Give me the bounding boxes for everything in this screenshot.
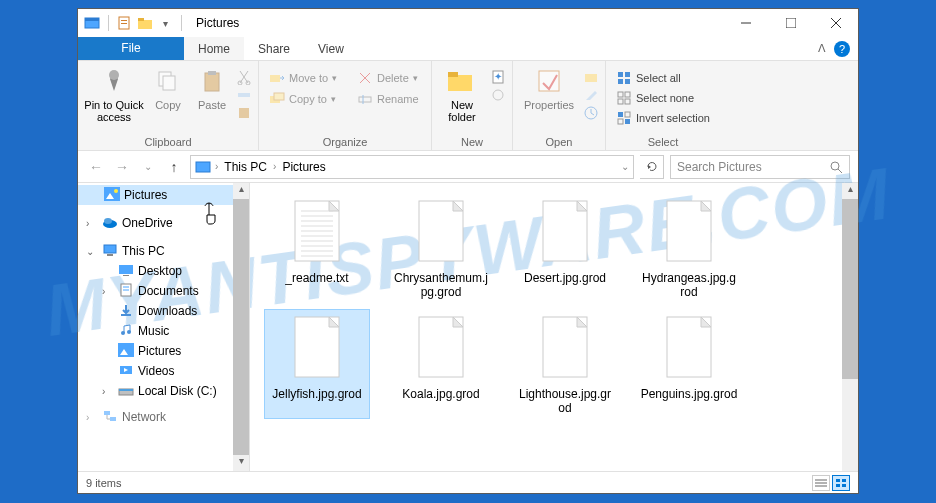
- file-item[interactable]: Desert.jpg.grod: [512, 193, 618, 303]
- tab-home[interactable]: Home: [184, 37, 244, 60]
- maximize-button[interactable]: [768, 9, 813, 37]
- select-none-button[interactable]: Select none: [612, 89, 698, 107]
- tree-videos[interactable]: Videos: [78, 361, 249, 381]
- move-to-icon: [269, 70, 285, 86]
- file-name: Hydrangeas.jpg.grod: [640, 271, 738, 299]
- help-icon[interactable]: ?: [834, 41, 850, 57]
- breadcrumb-current[interactable]: Pictures: [280, 160, 327, 174]
- cut-icon[interactable]: [236, 69, 252, 85]
- paste-shortcut-icon[interactable]: [236, 105, 252, 121]
- rename-icon: [357, 91, 373, 107]
- svg-rect-23: [274, 93, 284, 100]
- close-button[interactable]: [813, 9, 858, 37]
- copy-icon: [152, 65, 184, 97]
- select-all-button[interactable]: Select all: [612, 69, 685, 87]
- svg-rect-59: [119, 265, 133, 274]
- content-scrollbar[interactable]: ▴: [842, 183, 858, 471]
- search-input[interactable]: Search Pictures: [670, 155, 850, 179]
- downloads-icon: [118, 303, 134, 319]
- tree-onedrive[interactable]: ›OneDrive: [78, 213, 249, 233]
- properties-icon: [533, 65, 565, 97]
- group-new: New folder ✦ New: [432, 61, 513, 150]
- tab-file[interactable]: File: [78, 37, 184, 60]
- svg-line-51: [838, 169, 842, 173]
- pin-to-quick-access-button[interactable]: Pin to Quick access: [84, 65, 144, 123]
- file-name: Jellyfish.jpg.grod: [272, 387, 361, 401]
- svg-rect-4: [121, 23, 127, 24]
- invert-selection-icon: [616, 110, 632, 126]
- new-item-icon[interactable]: ✦: [490, 69, 506, 85]
- rename-button[interactable]: Rename: [353, 90, 423, 108]
- tab-view[interactable]: View: [304, 37, 358, 60]
- titlebar: ▾ Pictures: [78, 9, 858, 37]
- tree-localdisk[interactable]: ›Local Disk (C:): [78, 381, 249, 401]
- tree-pictures-quick[interactable]: Pictures: [78, 185, 249, 205]
- file-item[interactable]: _readme.txt: [264, 193, 370, 303]
- address-bar[interactable]: › This PC › Pictures ⌄: [190, 155, 634, 179]
- file-list: _readme.txtChrysanthemum.jpg.grodDesert.…: [250, 183, 858, 471]
- easy-access-icon[interactable]: [490, 87, 506, 103]
- collapse-ribbon-icon[interactable]: ᐱ: [818, 42, 826, 55]
- back-button[interactable]: ←: [86, 159, 106, 175]
- tree-downloads[interactable]: Downloads: [78, 301, 249, 321]
- svg-rect-106: [836, 484, 840, 487]
- svg-rect-42: [618, 99, 623, 104]
- recent-dropdown[interactable]: ⌄: [138, 161, 158, 172]
- qat-folder-icon[interactable]: [137, 15, 153, 31]
- svg-point-54: [114, 189, 118, 193]
- file-icon: [537, 197, 593, 267]
- svg-rect-39: [625, 79, 630, 84]
- pin-icon: [98, 65, 130, 97]
- forward-button[interactable]: →: [112, 159, 132, 175]
- open-icon[interactable]: [583, 69, 599, 85]
- ribbon: Pin to Quick access Copy Paste Clipboard: [78, 61, 858, 151]
- details-view-button[interactable]: [812, 475, 830, 491]
- tree-music[interactable]: Music: [78, 321, 249, 341]
- tree-scrollbar[interactable]: ▴▾: [233, 183, 249, 471]
- file-item[interactable]: Penguins.jpg.grod: [636, 309, 742, 419]
- new-folder-button[interactable]: New folder: [438, 65, 486, 123]
- tree-documents[interactable]: ›Documents: [78, 281, 249, 301]
- thispc-icon: [102, 243, 118, 259]
- up-button[interactable]: ↑: [164, 159, 184, 175]
- file-name: Chrysanthemum.jpg.grod: [392, 271, 490, 299]
- svg-point-32: [493, 90, 503, 100]
- icons-view-button[interactable]: [832, 475, 850, 491]
- delete-button[interactable]: Delete▾: [353, 69, 422, 87]
- file-item[interactable]: Chrysanthemum.jpg.grod: [388, 193, 494, 303]
- svg-rect-57: [104, 245, 116, 253]
- file-item[interactable]: Jellyfish.jpg.grod: [264, 309, 370, 419]
- file-item[interactable]: Koala.jpg.grod: [388, 309, 494, 419]
- tab-share[interactable]: Share: [244, 37, 304, 60]
- breadcrumb-root[interactable]: This PC: [222, 160, 269, 174]
- file-item[interactable]: Hydrangeas.jpg.grod: [636, 193, 742, 303]
- invert-selection-button[interactable]: Invert selection: [612, 109, 714, 127]
- tree-thispc[interactable]: ⌄This PC: [78, 241, 249, 261]
- move-to-button[interactable]: Move to▾: [265, 69, 341, 87]
- properties-button[interactable]: Properties: [519, 65, 579, 111]
- file-name: _readme.txt: [285, 271, 348, 285]
- network-icon: [102, 409, 118, 425]
- svg-text:✦: ✦: [494, 71, 502, 82]
- file-icon: [289, 313, 345, 383]
- svg-point-56: [104, 218, 112, 224]
- qat-properties-icon[interactable]: [117, 15, 133, 31]
- group-clipboard: Pin to Quick access Copy Paste Clipboard: [78, 61, 259, 150]
- edit-icon[interactable]: [583, 87, 599, 103]
- history-icon[interactable]: [583, 105, 599, 121]
- svg-rect-3: [121, 20, 127, 21]
- tree-network[interactable]: ›Network: [78, 407, 249, 427]
- qat-dropdown-icon[interactable]: ▾: [157, 15, 173, 31]
- refresh-button[interactable]: [640, 155, 664, 179]
- copy-path-icon[interactable]: [236, 87, 252, 103]
- copy-button[interactable]: Copy: [148, 65, 188, 111]
- minimize-button[interactable]: [723, 9, 768, 37]
- tree-desktop[interactable]: Desktop: [78, 261, 249, 281]
- svg-rect-105: [842, 479, 846, 482]
- copy-to-button[interactable]: Copy to▾: [265, 90, 340, 108]
- pictures-icon: [118, 343, 134, 359]
- tree-pictures[interactable]: Pictures: [78, 341, 249, 361]
- group-select: Select all Select none Invert selection …: [606, 61, 720, 150]
- paste-button[interactable]: Paste: [192, 65, 232, 111]
- file-item[interactable]: Lighthouse.jpg.grod: [512, 309, 618, 419]
